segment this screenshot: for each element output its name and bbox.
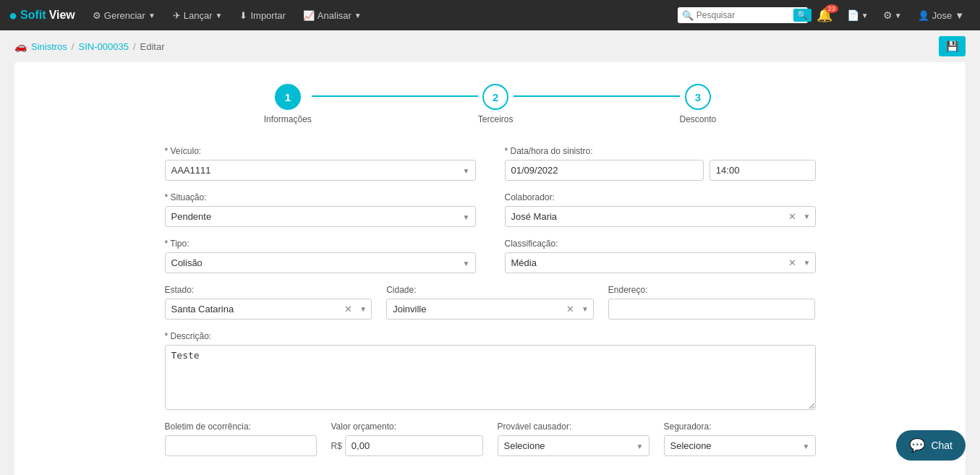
boletim-group: Boletim de ocorrência:: [165, 421, 317, 456]
currency-prefix: R$: [331, 441, 342, 451]
seguradora-group: Seguradora: Selecione: [664, 421, 816, 456]
veiculo-select-wrapper: AAA1111: [165, 160, 476, 181]
breadcrumb-sep1: /: [72, 41, 74, 52]
colaborador-chevron-button[interactable]: ▼: [799, 213, 815, 221]
provavel-causador-label: Provável causador:: [498, 421, 649, 432]
breadcrumb-current: Editar: [140, 41, 165, 52]
main-content: 1 Informações 2 Terceiros 3 Desconto * V…: [14, 62, 966, 475]
colaborador-clear-button[interactable]: ✕: [785, 211, 799, 222]
provavel-causador-select-wrapper: Selecione: [498, 435, 649, 456]
launch-icon: ✈: [173, 10, 181, 21]
nav-gerenciar[interactable]: ⚙ Gerenciar ▼: [85, 0, 163, 30]
cidade-group: Cidade: Joinville ✕ ▼: [386, 285, 594, 320]
valor-orcamento-input[interactable]: [345, 435, 483, 456]
chart-icon: 📈: [303, 10, 315, 21]
veiculo-label: * Veículo:: [165, 146, 476, 156]
boletim-input[interactable]: [165, 435, 317, 456]
search-input[interactable]: [696, 10, 791, 20]
brand-logo: ● Sofit View: [9, 7, 75, 24]
user-chevron-icon: ▼: [955, 10, 964, 21]
estado-clear-button[interactable]: ✕: [341, 304, 355, 314]
tipo-select[interactable]: Colisão: [165, 252, 476, 273]
top-navigation: ● Sofit View ⚙ Gerenciar ▼ ✈ Lançar ▼ ⬇ …: [0, 0, 980, 30]
nav-importar[interactable]: ⬇ Importar: [232, 0, 292, 30]
step-3-label: Desconto: [680, 114, 717, 124]
colaborador-select[interactable]: José Maria: [506, 207, 785, 226]
save-top-button[interactable]: 💾: [939, 36, 966, 56]
estado-group: Estado: Santa Catarina ✕ ▼: [165, 285, 372, 320]
nav-lancar[interactable]: ✈ Lançar ▼: [166, 0, 230, 30]
nav-analisar[interactable]: 📈 Analisar ▼: [296, 0, 369, 30]
step-3-circle: 3: [685, 84, 711, 110]
classificacao-clear-button[interactable]: ✕: [785, 257, 799, 268]
step-1-label: Informações: [264, 114, 312, 124]
chat-icon: 💬: [909, 437, 925, 453]
gear-icon: ⚙: [93, 10, 101, 21]
breadcrumb-sep2: /: [133, 41, 136, 52]
classificacao-chevron-button[interactable]: ▼: [799, 259, 815, 267]
endereco-group: Endereço:: [608, 285, 816, 320]
search-icon: 🔍: [682, 10, 694, 21]
step-line-2: [514, 95, 680, 97]
cidade-label: Cidade:: [386, 285, 594, 295]
valor-orcamento-group: Valor orçamento: R$: [331, 421, 483, 456]
chevron-down-icon3: ▼: [354, 12, 362, 20]
valor-orcamento-label: Valor orçamento:: [331, 421, 483, 432]
search-button[interactable]: 🔍: [793, 9, 811, 22]
estado-select[interactable]: Santa Catarina: [166, 299, 342, 319]
time-input[interactable]: [710, 160, 816, 181]
tipo-select-wrapper: Colisão: [165, 252, 476, 273]
valor-orcamento-wrapper: R$: [331, 435, 483, 456]
estado-label: Estado:: [165, 285, 372, 295]
step-3: 3 Desconto: [680, 84, 717, 124]
step-1-circle: 1: [275, 84, 301, 110]
user-menu[interactable]: 👤 Jose ▼: [911, 10, 971, 21]
situacao-group: * Situação: Pendente: [165, 192, 476, 227]
connections-icon[interactable]: ⚙ ▼: [877, 9, 908, 21]
classificacao-select[interactable]: Média: [506, 253, 785, 273]
bottom-row: Boletim de ocorrência: Valor orçamento: …: [165, 421, 816, 456]
documents-icon[interactable]: 📄 ▼: [841, 9, 874, 21]
brand-view: View: [49, 9, 75, 22]
tipo-group: * Tipo: Colisão: [165, 239, 476, 273]
colaborador-select-with-clear: José Maria ✕ ▼: [505, 206, 816, 227]
import-icon: ⬇: [239, 10, 247, 21]
step-2-number: 2: [493, 91, 498, 103]
seguradora-select-wrapper: Selecione: [664, 435, 816, 456]
brand-icon: ●: [9, 7, 17, 24]
step-line-1: [312, 95, 478, 97]
user-icon: 👤: [918, 10, 929, 21]
boletim-label: Boletim de ocorrência:: [165, 421, 317, 432]
nav-analisar-label: Analisar: [318, 10, 351, 21]
search-wrapper: 🔍 🔍: [678, 7, 808, 23]
notification-bell[interactable]: 🔔 23: [811, 7, 838, 23]
form: * Veículo: AAA1111 * Data/hora do sinist…: [165, 146, 816, 456]
nav-importar-label: Importar: [250, 10, 285, 21]
date-input[interactable]: [505, 160, 704, 181]
seguradora-label: Seguradora:: [664, 421, 816, 432]
step-2: 2 Terceiros: [478, 84, 514, 124]
seguradora-select[interactable]: Selecione: [664, 435, 816, 456]
endereco-input[interactable]: [608, 299, 816, 320]
brand-sofit: Sofit: [20, 9, 46, 22]
descricao-group: * Descrição: Teste: [165, 331, 816, 410]
veiculo-select[interactable]: AAA1111: [165, 160, 476, 181]
cidade-clear-button[interactable]: ✕: [563, 304, 577, 314]
breadcrumb: 🚗 Sinistros / SIN-000035 / Editar: [14, 40, 939, 52]
situacao-select[interactable]: Pendente: [165, 206, 476, 227]
chat-button[interactable]: 💬 Chat: [896, 430, 966, 461]
descricao-textarea[interactable]: Teste: [165, 345, 816, 410]
step-2-circle: 2: [482, 84, 508, 110]
classificacao-group: Classificação: Média ✕ ▼: [505, 239, 816, 273]
step-1: 1 Informações: [264, 84, 312, 124]
provavel-causador-select[interactable]: Selecione: [498, 435, 649, 456]
cidade-chevron-button[interactable]: ▼: [577, 305, 593, 313]
chat-label: Chat: [931, 440, 953, 451]
cidade-select[interactable]: Joinville: [387, 299, 563, 319]
step-2-label: Terceiros: [478, 114, 514, 124]
estado-chevron-button[interactable]: ▼: [355, 305, 371, 313]
colaborador-group: Colaborador: José Maria ✕ ▼: [505, 192, 816, 227]
classificacao-label: Classificação:: [505, 239, 816, 249]
breadcrumb-sinistros[interactable]: Sinistros: [31, 41, 67, 52]
breadcrumb-record[interactable]: SIN-000035: [78, 41, 128, 52]
